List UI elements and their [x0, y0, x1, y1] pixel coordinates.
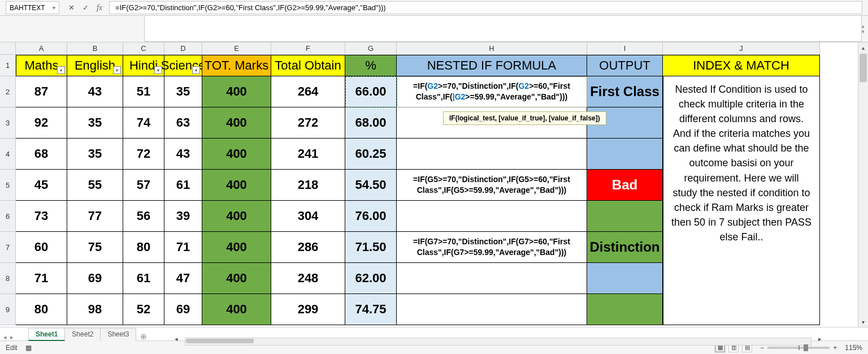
accept-edit-icon[interactable]: ✓ [83, 3, 89, 12]
data-cell[interactable]: 71 [164, 232, 202, 263]
tot-marks-cell[interactable]: 400 [202, 294, 271, 325]
header-cell[interactable]: English▾ [67, 55, 123, 76]
data-cell[interactable]: 43 [164, 139, 202, 170]
tot-marks-cell[interactable]: 400 [202, 201, 271, 232]
percent-cell[interactable]: 76.00 [345, 201, 397, 232]
hscroll-thumb[interactable] [186, 339, 254, 343]
total-obtain-cell[interactable]: 286 [271, 232, 345, 263]
row-header[interactable]: 8 [0, 263, 16, 294]
data-cell[interactable]: 39 [164, 201, 202, 232]
output-cell[interactable]: First Class [587, 76, 663, 107]
total-obtain-cell[interactable]: 299 [271, 294, 345, 325]
formula-bar-collapse-icon[interactable]: ▴▾ [862, 16, 868, 42]
output-cell[interactable] [587, 139, 663, 170]
row-header[interactable]: 4 [0, 139, 16, 170]
formula-cell[interactable]: =IF(G5>=70,"Distinction",IF(G5>=60,"Firs… [397, 170, 587, 201]
data-cell[interactable]: 35 [67, 139, 123, 170]
output-cell[interactable]: Distinction [587, 232, 663, 263]
tot-marks-cell[interactable]: 400 [202, 170, 271, 201]
vertical-scrollbar[interactable]: ▴ ▾ [858, 42, 868, 327]
percent-cell[interactable]: 71.50 [345, 232, 397, 263]
data-cell[interactable]: 63 [164, 107, 202, 139]
data-cell[interactable]: 56 [123, 201, 164, 232]
data-cell[interactable]: 45 [16, 170, 67, 201]
name-box-dropdown-icon[interactable]: ▾ [53, 5, 55, 11]
formula-cell[interactable] [397, 263, 587, 294]
total-obtain-cell[interactable]: 248 [271, 263, 345, 294]
data-cell[interactable]: 47 [164, 263, 202, 294]
percent-cell[interactable]: 54.50 [345, 170, 397, 201]
tot-marks-cell[interactable]: 400 [202, 232, 271, 263]
formula-cell[interactable] [397, 201, 587, 232]
data-cell[interactable]: 87 [16, 76, 67, 107]
tot-marks-cell[interactable]: 400 [202, 263, 271, 294]
cancel-edit-icon[interactable]: ✕ [68, 3, 75, 12]
data-cell[interactable]: 61 [164, 170, 202, 201]
row-header[interactable]: 7 [0, 232, 16, 263]
data-cell[interactable]: 35 [164, 76, 202, 107]
column-header[interactable]: G [345, 42, 397, 55]
data-cell[interactable]: 80 [16, 294, 67, 325]
row-header[interactable]: 9 [0, 294, 16, 325]
formula-bar-expanded[interactable] [144, 16, 862, 42]
column-header[interactable]: D [164, 42, 202, 55]
data-cell[interactable]: 80 [123, 232, 164, 263]
column-header[interactable]: E [202, 42, 271, 55]
formula-cell[interactable]: =IF(G7>=70,"Distinction",IF(G7>=60,"Firs… [397, 232, 587, 263]
macro-record-icon[interactable]: ▦ [25, 344, 32, 352]
column-header[interactable]: F [271, 42, 345, 55]
total-obtain-cell[interactable]: 218 [271, 170, 345, 201]
formula-input[interactable]: =IF(G2>=70,"Distinction",IF(G2>=60,"Firs… [109, 1, 862, 14]
column-header[interactable]: B [67, 42, 123, 55]
sheet-nav-next-icon[interactable]: ▸ [10, 334, 14, 341]
data-cell[interactable]: 51 [123, 76, 164, 107]
total-obtain-cell[interactable]: 264 [271, 76, 345, 107]
row-header[interactable]: 1 [0, 55, 16, 76]
data-cell[interactable]: 73 [16, 201, 67, 232]
percent-cell[interactable]: 60.25 [345, 139, 397, 170]
percent-cell[interactable]: 74.75 [345, 294, 397, 325]
zoom-thumb[interactable] [804, 344, 808, 351]
scroll-down-icon[interactable]: ▾ [858, 317, 868, 327]
tot-marks-cell[interactable]: 400 [202, 107, 271, 139]
row-header[interactable]: 6 [0, 201, 16, 232]
data-cell[interactable]: 68 [16, 139, 67, 170]
data-cell[interactable]: 71 [16, 263, 67, 294]
data-cell[interactable]: 74 [123, 107, 164, 139]
header-cell[interactable]: Hindi▾ [123, 55, 164, 76]
data-cell[interactable]: 69 [67, 263, 123, 294]
sheet-nav-prev-icon[interactable]: ◂ [3, 334, 7, 341]
column-header[interactable]: C [123, 42, 164, 55]
vscroll-thumb[interactable] [860, 54, 867, 82]
sheet-tab[interactable]: Sheet3 [100, 328, 136, 341]
formula-cell[interactable] [397, 294, 587, 325]
data-cell[interactable]: 98 [67, 294, 123, 325]
output-cell[interactable] [587, 263, 663, 294]
data-cell[interactable]: 72 [123, 139, 164, 170]
data-cell[interactable]: 52 [123, 294, 164, 325]
filter-icon[interactable]: ▾ [113, 66, 121, 74]
row-header[interactable]: 2 [0, 76, 16, 107]
percent-cell[interactable]: 68.00 [345, 107, 397, 139]
header-cell[interactable]: Total Obtain [271, 55, 345, 76]
filter-icon[interactable]: ▾ [57, 66, 65, 74]
sheet-tab[interactable]: Sheet2 [64, 328, 101, 341]
header-cell[interactable]: % [345, 55, 397, 76]
scroll-right-icon[interactable]: ▸ [815, 335, 825, 343]
row-header[interactable]: 3 [0, 107, 16, 139]
select-all-corner[interactable] [0, 42, 16, 55]
scroll-left-icon[interactable]: ◂ [171, 335, 181, 343]
formula-cell[interactable] [397, 139, 587, 170]
scroll-up-icon[interactable]: ▴ [858, 42, 868, 53]
output-cell[interactable]: Bad [587, 170, 663, 201]
filter-icon[interactable]: ▾ [192, 66, 200, 74]
formula-cell-editing[interactable]: =IF(G2>=70,"Distinction",IF(G2>=60,"Firs… [397, 76, 587, 107]
data-cell[interactable]: 92 [16, 107, 67, 139]
header-cell[interactable]: OUTPUT [587, 55, 663, 76]
add-sheet-button[interactable]: ⊕ [136, 331, 151, 341]
total-obtain-cell[interactable]: 241 [271, 139, 345, 170]
output-cell[interactable] [587, 201, 663, 232]
data-cell[interactable]: 77 [67, 201, 123, 232]
sheet-tab[interactable]: Sheet1 [28, 328, 65, 341]
column-header[interactable]: A [16, 42, 67, 55]
